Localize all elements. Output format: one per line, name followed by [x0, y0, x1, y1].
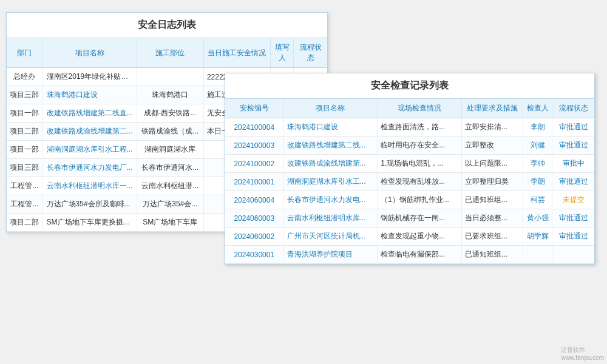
cell-inspection-status: 审批通过 [552, 136, 594, 155]
cell-inspection-measures: 已要求班组... [461, 228, 523, 246]
col-id: 安检编号 [225, 99, 283, 118]
cell-inspection-project[interactable]: 长春市伊通河水力发电... [283, 191, 378, 209]
cell-inspection-status: 审批通过 [552, 209, 594, 228]
cell-inspection-situation: 钢筋机械存在一闸... [378, 209, 462, 228]
table-header-row: 部门 项目名称 施工部位 当日施工安全情况 填写人 流程状态 [7, 38, 327, 68]
cell-inspector [523, 246, 552, 264]
cell-project: SM广场地下车库更换摄... [42, 214, 137, 232]
cell-inspection-status [552, 246, 594, 264]
inspection-header-row: 安检编号 项目名称 现场检查情况 处理要求及措施 检查人 流程状态 [225, 99, 594, 118]
cell-site: 珠海鹤港口 [137, 86, 203, 104]
cell-project: 潼南区2019年绿化补贴项... [42, 68, 137, 86]
col-dept: 部门 [7, 38, 42, 68]
col-project-name: 项目名称 [283, 99, 378, 118]
cell-inspection-measures: 当日必须整... [461, 209, 523, 228]
cell-project[interactable]: 改建铁路成渝线增建第二... [42, 123, 137, 141]
watermark-line2: www.fanpu.com [561, 354, 604, 361]
cell-inspection-id[interactable]: 2024060003 [225, 209, 283, 228]
cell-inspection-situation: 检查发现有乱堆放... [378, 173, 462, 191]
cell-project[interactable]: 湖南洞庭湖水库引水工程... [42, 141, 137, 159]
cell-site: 铁路成渝线（成... [137, 123, 203, 141]
cell-inspector[interactable]: 李朗 [523, 118, 552, 136]
cell-inspection-situation: （1）钢筋绑扎作业... [378, 191, 462, 209]
cell-inspection-measures: 立即整理归类 [461, 173, 523, 191]
cell-inspection-measures: 已通知班组... [461, 246, 523, 264]
cell-dept: 总经办 [7, 68, 42, 86]
cell-inspection-id[interactable]: 2024100001 [225, 173, 283, 191]
cell-inspection-id[interactable]: 2024100004 [225, 118, 283, 136]
cell-dept: 工程管... [7, 177, 42, 195]
right-panel: 安全检查记录列表 安检编号 项目名称 现场检查情况 处理要求及措施 检查人 流程… [225, 73, 595, 265]
cell-inspector[interactable]: 李朗 [523, 173, 552, 191]
cell-site: 湖南洞庭湖水库 [137, 141, 203, 159]
cell-inspection-project[interactable]: 广州市天河区统计局机... [283, 228, 378, 246]
col-measures: 处理要求及措施 [461, 99, 523, 118]
left-panel-title: 安全日志列表 [7, 13, 327, 38]
cell-inspection-measures: 以上问题限... [461, 155, 523, 173]
inspection-row: 2024100001湖南洞庭湖水库引水工...检查发现有乱堆放...立即整理归类… [225, 173, 594, 191]
col-flow-status: 流程状态 [552, 99, 594, 118]
col-site: 施工部位 [137, 38, 203, 68]
cell-project: 万达广场35#会所及咖啡... [42, 195, 137, 214]
cell-inspection-id[interactable]: 2024060002 [225, 228, 283, 246]
watermark-line1: 泛普软件 [561, 346, 604, 354]
col-project: 项目名称 [42, 38, 137, 68]
inspection-row: 2024100004珠海鹤港口建设检查路面清洗，路...立即安排清...李朗审批… [225, 118, 594, 136]
col-writer: 填写人 [270, 38, 294, 68]
cell-inspection-situation: 检查发现起重小物... [378, 228, 462, 246]
cell-dept: 项目三部 [7, 159, 42, 177]
cell-inspection-situation: 检查路面清洗，路... [378, 118, 462, 136]
cell-inspection-situation: 1.现场临电混乱，... [378, 155, 462, 173]
inspection-row: 2024100003改建铁路线增建第二线...临时用电存在安全...立即整改刘健… [225, 136, 594, 155]
cell-project[interactable]: 改建铁路线增建第二线直... [42, 104, 137, 123]
col-status: 流程状态 [294, 38, 327, 68]
cell-inspection-status: 审批通过 [552, 118, 594, 136]
cell-inspection-id[interactable]: 2024100003 [225, 136, 283, 155]
cell-dept: 项目三部 [7, 86, 42, 104]
cell-inspector[interactable]: 柯芸 [523, 191, 552, 209]
cell-inspection-id[interactable]: 2024060004 [225, 191, 283, 209]
cell-dept: 项目二部 [7, 123, 42, 141]
cell-inspection-id[interactable]: 2024100002 [225, 155, 283, 173]
cell-inspection-project[interactable]: 湖南洞庭湖水库引水工... [283, 173, 378, 191]
cell-site: 长春市伊通河水... [137, 159, 203, 177]
inspection-row: 2024060002广州市天河区统计局机...检查发现起重小物...已要求班组.… [225, 228, 594, 246]
cell-dept: 项目一部 [7, 104, 42, 123]
inspection-row: 2024100002改建铁路成渝线增建第...1.现场临电混乱，...以上问题限… [225, 155, 594, 173]
cell-project[interactable]: 长春市伊通河水力发电厂... [42, 159, 137, 177]
cell-inspection-situation: 临时用电存在安全... [378, 136, 462, 155]
cell-inspection-project[interactable]: 改建铁路成渝线增建第... [283, 155, 378, 173]
cell-inspector[interactable]: 刘健 [523, 136, 552, 155]
cell-inspection-project[interactable]: 云南水利枢纽潜明水库... [283, 209, 378, 228]
cell-inspector[interactable]: 黄小强 [523, 209, 552, 228]
col-situation: 当日施工安全情况 [203, 38, 270, 68]
cell-inspector[interactable]: 李帅 [523, 155, 552, 173]
cell-inspection-status: 审批通过 [552, 228, 594, 246]
cell-inspection-measures: 已通知班组... [461, 191, 523, 209]
cell-inspection-project[interactable]: 改建铁路线增建第二线... [283, 136, 378, 155]
cell-inspector[interactable]: 胡学辉 [523, 228, 552, 246]
watermark: 泛普软件 www.fanpu.com [561, 346, 604, 361]
cell-site: 云南水利枢纽潜... [137, 177, 203, 195]
cell-dept: 工程管... [7, 195, 42, 214]
cell-inspection-id[interactable]: 2024030001 [225, 246, 283, 264]
cell-inspection-situation: 检查临电有漏保部... [378, 246, 462, 264]
cell-project[interactable]: 云南水利枢纽潜明水库一... [42, 177, 137, 195]
cell-dept: 项目二部 [7, 214, 42, 232]
cell-inspection-measures: 立即安排清... [461, 118, 523, 136]
col-field-situation: 现场检查情况 [378, 99, 462, 118]
cell-inspection-project[interactable]: 青海洪湖养护院项目 [283, 246, 378, 264]
cell-site: SM广场地下车库 [137, 214, 203, 232]
cell-inspection-measures: 立即整改 [461, 136, 523, 155]
col-inspector: 检查人 [523, 99, 552, 118]
cell-dept: 项目一部 [7, 141, 42, 159]
cell-inspection-project[interactable]: 珠海鹤港口建设 [283, 118, 378, 136]
cell-inspection-status: 审批中 [552, 155, 594, 173]
cell-project[interactable]: 珠海鹤港口建设 [42, 86, 137, 104]
cell-site: 万达广场35#会... [137, 195, 203, 214]
cell-site [137, 68, 203, 86]
cell-inspection-status: 审批通过 [552, 173, 594, 191]
inspection-row: 2024060003云南水利枢纽潜明水库...钢筋机械存在一闸...当日必须整.… [225, 209, 594, 228]
right-panel-title: 安全检查记录列表 [225, 73, 594, 99]
safety-inspection-table: 安检编号 项目名称 现场检查情况 处理要求及措施 检查人 流程状态 202410… [225, 99, 594, 264]
